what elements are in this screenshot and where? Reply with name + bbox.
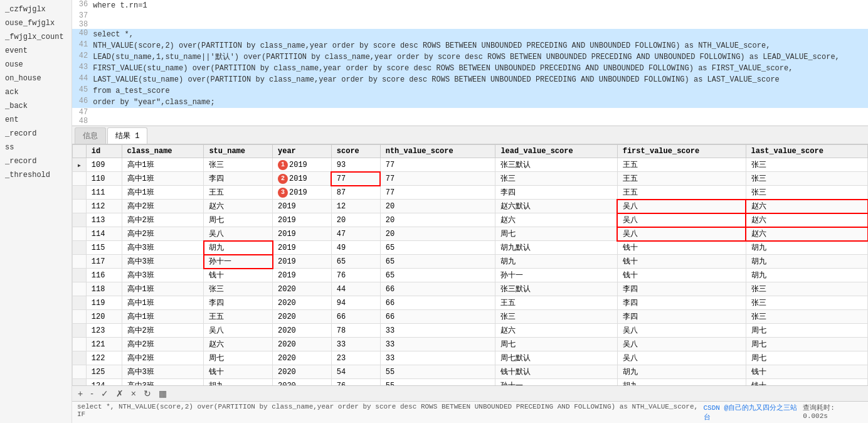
table-cell: 钱十 [746,365,867,379]
tab-info[interactable]: 信息 [75,127,106,144]
code-content: where t.rn=1 [93,0,868,11]
row-indicator [73,241,87,255]
table-row[interactable]: 113高中2班周七20192020赵六吴八赵六 [73,213,868,227]
table-cell: 吴八 [617,200,746,213]
table-cell: 77 [380,158,495,172]
table-cell: 2020 [273,282,332,296]
refresh-button[interactable]: ↻ [142,388,153,399]
sidebar-item-on-house[interactable]: on_house [0,72,71,85]
sidebar-item-ouse-fwjglx[interactable]: ouse_fwjglx [0,16,71,30]
table-cell: 吴八 [617,213,746,227]
table-cell: 66 [380,282,495,296]
sidebar-item-ack[interactable]: ack [0,85,71,99]
sidebar: _czfwjglx ouse_fwjglx _fwjglx_count even… [0,0,72,423]
table-cell: 钱十 [617,255,746,269]
table-cell: 胡九 [617,365,746,379]
table-row[interactable]: 110高中1班李四220197777张三王五张三 [73,172,868,186]
table-row[interactable]: ▶109高中1班张三120199377张三默认王五张三 [73,158,868,172]
row-indicator [73,310,87,324]
table-cell: 2019 [273,227,332,241]
table-cell: 张三 [495,172,617,186]
code-content [93,20,868,29]
table-row[interactable]: 112高中2班赵六20191220赵六默认吴八赵六 [73,200,868,213]
sidebar-item-record1[interactable]: _record [0,127,71,141]
stop-button[interactable]: × [129,388,138,399]
table-cell: 93 [331,158,380,172]
column-header-nth_value_score: nth_value_score [380,145,495,158]
table-cell: 33 [380,324,495,338]
table-cell: 2020 [273,379,332,386]
line-number: 36 [72,0,93,11]
table-cell: 115 [86,241,122,255]
table-cell: 高中3班 [122,379,204,386]
table-row[interactable]: 120高中1班王五20206666张三李四张三 [73,310,868,324]
tab-result1[interactable]: 结果 1 [107,127,147,144]
sidebar-item-ouse[interactable]: ouse [0,58,71,72]
sidebar-item-ent[interactable]: ent [0,113,71,127]
table-row[interactable]: 123高中2班吴八20207833赵六吴八周七 [73,324,868,338]
table-row[interactable]: 119高中1班李四20209466王五李四张三 [73,296,868,310]
sidebar-item-fwjglx-count[interactable]: _fwjglx_count [0,30,71,44]
table-cell: 吴八 [617,324,746,338]
table-row[interactable]: 122高中2班周七20202333周七默认吴八周七 [73,351,868,365]
table-cell: 张三 [495,310,617,324]
table-cell: 高中1班 [122,172,204,186]
table-row[interactable]: 114高中2班吴八20194720周七吴八赵六 [73,227,868,241]
table-cell: 109 [86,158,122,172]
table-cell: 孙十一 [495,269,617,282]
table-cell: 赵六默认 [495,200,617,213]
table-cell: 124 [86,379,122,386]
table-row[interactable]: 118高中1班张三20204466张三默认李四张三 [73,282,868,296]
table-cell: 赵六 [204,200,273,213]
table-cell: 胡九 [746,241,867,255]
sidebar-item-ss[interactable]: ss [0,141,71,154]
row-indicator [73,296,87,310]
table-cell: 高中1班 [122,310,204,324]
sidebar-item-threshold[interactable]: _threshold [0,168,71,182]
table-cell: 赵六 [746,213,867,227]
table-cell: 高中2班 [122,324,204,338]
filter-button[interactable]: ▦ [157,388,169,399]
table-cell: 122 [86,351,122,365]
table-cell: 20 [380,227,495,241]
status-bar: select *, NTH_VALUE(score,2) over(PARTIT… [72,401,868,423]
table-row[interactable]: 117高中3班孙十一20196565胡九钱十胡九 [73,255,868,269]
add-row-button[interactable]: + [76,388,85,399]
table-cell: 张三 [746,158,867,172]
code-editor[interactable]: 36where t.rn=1373840select *,41NTH_VALUE… [72,0,868,126]
table-row[interactable]: 111高中1班王五320198777李四王五张三 [73,186,868,200]
table-row[interactable]: 121高中2班赵六20203333周七吴八周七 [73,338,868,351]
result-area[interactable]: idclass_namestu_nameyearscorenth_value_s… [72,144,868,385]
sidebar-item-czfwjglx[interactable]: _czfwjglx [0,3,71,16]
table-cell: 张三 [204,282,273,296]
table-cell: 周七 [204,351,273,365]
sidebar-item-record2[interactable]: _record [0,154,71,168]
column-header-lead_value_score: lead_value_score [495,145,617,158]
table-cell: 李四 [204,172,273,186]
table-cell: 高中2班 [122,338,204,351]
table-cell: 114 [86,227,122,241]
sidebar-item-event[interactable]: event [0,44,71,58]
main-area: 36where t.rn=1373840select *,41NTH_VALUE… [72,0,868,423]
cancel-button[interactable]: ✗ [114,388,125,399]
delete-row-button[interactable]: - [88,388,95,399]
table-cell: 77 [380,172,495,186]
table-cell: 119 [86,296,122,310]
column-header-class_name: class_name [122,145,204,158]
line-number: 44 [72,74,93,85]
table-cell: 2019 [273,269,332,282]
table-row[interactable]: 125高中3班钱十20205455钱十默认胡九钱十 [73,365,868,379]
code-content: FIRST_VALUE(stu_name) over(PARTITION by … [93,63,868,74]
table-row[interactable]: 115高中3班胡九20194965胡九默认钱十胡九 [73,241,868,255]
code-content: LEAD(stu_name,1,stu_name||'默认') over(PAR… [93,51,868,63]
table-cell: 33 [380,351,495,365]
sidebar-item-back[interactable]: _back [0,99,71,113]
table-row[interactable]: 124高中3班胡九20207655孙十一胡九钱十 [73,379,868,386]
table-cell: 张三 [746,186,867,200]
table-cell: 高中2班 [122,213,204,227]
table-cell: 2020 [273,324,332,338]
confirm-button[interactable]: ✓ [99,388,110,399]
table-cell: 赵六 [495,324,617,338]
table-row[interactable]: 116高中3班钱十20197665孙十一钱十胡九 [73,269,868,282]
table-cell: 王五 [617,172,746,186]
